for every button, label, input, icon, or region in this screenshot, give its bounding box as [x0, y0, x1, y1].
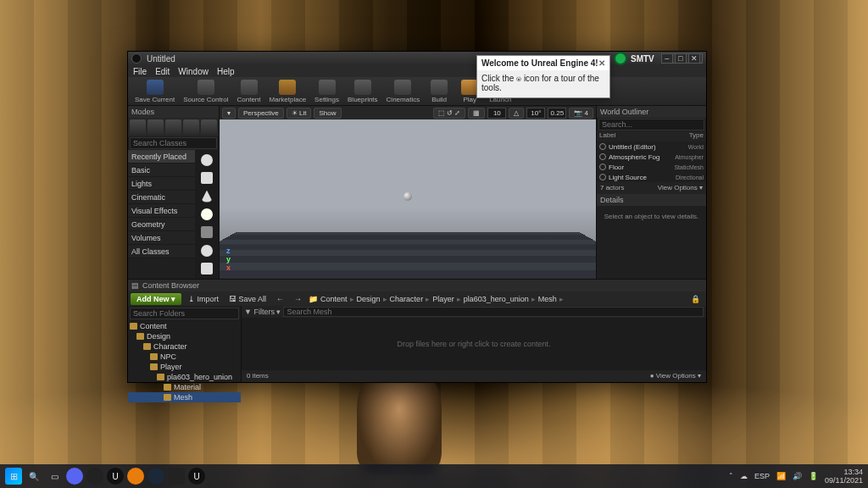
modes-search[interactable]: Search Classes	[130, 137, 217, 149]
outliner-row[interactable]: FloorStaticMesh	[597, 162, 706, 172]
show-button[interactable]: Show	[314, 108, 341, 119]
snap-grid-toggle[interactable]: ▦	[468, 108, 485, 119]
outliner-row[interactable]: Atmospheric FogAtmospher	[597, 152, 706, 162]
ue-taskbar-icon[interactable]: U	[107, 468, 124, 485]
save-button[interactable]: Save Current	[131, 78, 178, 105]
cb-view-options[interactable]: ● View Options ▾	[650, 370, 701, 382]
build-button[interactable]: Build	[425, 78, 453, 105]
viewport-options-button[interactable]: ▾	[222, 108, 236, 119]
settings-button[interactable]: Settings	[311, 78, 342, 105]
tree-search[interactable]: Search Folders	[130, 308, 239, 319]
menu-file[interactable]: File	[133, 67, 147, 76]
obs-icon[interactable]	[86, 468, 103, 485]
lock-icon[interactable]: 🔒	[687, 295, 704, 303]
steam-icon[interactable]	[147, 468, 164, 485]
mode-paint-icon[interactable]	[147, 119, 164, 135]
save-all-button[interactable]: 🖫 Save All	[225, 295, 270, 303]
clock[interactable]: 13:34 09/11/2021	[825, 468, 863, 485]
snap-grid-value[interactable]: 10	[487, 108, 506, 119]
mode-geometry-icon[interactable]	[201, 119, 217, 135]
blueprints-button[interactable]: Blueprints	[344, 78, 381, 105]
snap-angle-value[interactable]: 10°	[526, 108, 545, 119]
outliner-row[interactable]: Untitled (Editor)World	[597, 141, 706, 152]
cinematics-button[interactable]: Cinematics	[383, 78, 424, 105]
bg-minimize-button[interactable]: –	[661, 53, 673, 64]
cat-volumes[interactable]: Volumes	[128, 231, 195, 245]
source-control-button[interactable]: Source Control	[180, 78, 231, 105]
placeable-item[interactable]	[198, 206, 216, 222]
placeable-item[interactable]	[198, 242, 216, 258]
mode-foliage-icon[interactable]	[183, 119, 199, 135]
tray-chevron-icon[interactable]: ˄	[729, 472, 733, 480]
outliner-view-options[interactable]: View Options ▾	[658, 182, 703, 194]
tree-node[interactable]: NPC	[128, 352, 241, 362]
menu-help[interactable]: Help	[217, 67, 235, 76]
crumb-item[interactable]: Content	[320, 295, 348, 303]
cat-lights[interactable]: Lights	[128, 177, 195, 191]
tree-node[interactable]: Character	[128, 341, 241, 352]
placeable-item[interactable]	[198, 261, 216, 277]
tree-node[interactable]: Content	[128, 321, 241, 331]
tree-node-selected[interactable]: Mesh	[128, 392, 241, 402]
perspective-button[interactable]: Perspective	[238, 108, 284, 119]
snap-scale-value[interactable]: 0.25	[548, 108, 566, 119]
visibility-icon[interactable]	[599, 153, 606, 160]
outliner-search[interactable]: Search...	[598, 119, 704, 130]
start-button[interactable]: ⊞	[5, 468, 22, 485]
placeable-item[interactable]	[198, 188, 216, 204]
popup-close-button[interactable]: ✕	[598, 58, 605, 68]
nav-back-button[interactable]: ←	[273, 295, 287, 303]
crumb-item[interactable]: pla603_hero_union	[464, 295, 529, 303]
app-icon[interactable]	[168, 468, 185, 485]
viewport-3d[interactable]: z y x	[220, 119, 596, 279]
battery-icon[interactable]: 🔋	[809, 472, 818, 480]
mode-landscape-icon[interactable]	[165, 119, 181, 135]
placeable-item[interactable]	[198, 152, 216, 168]
cat-geometry[interactable]: Geometry	[128, 218, 195, 231]
volume-icon[interactable]: 🔊	[793, 472, 802, 480]
placeable-item[interactable]	[198, 169, 216, 186]
tree-node[interactable]: Design	[128, 331, 241, 341]
visibility-icon[interactable]	[599, 164, 606, 170]
filters-button[interactable]: ▼ Filters ▾	[244, 308, 281, 316]
cat-all-classes[interactable]: All Classes	[128, 245, 195, 258]
camera-speed[interactable]: 📷 4	[569, 108, 593, 119]
mode-place-icon[interactable]	[130, 119, 146, 135]
language-indicator[interactable]: ESP	[754, 472, 770, 480]
snap-angle-toggle[interactable]: △	[509, 108, 524, 119]
bg-close-button[interactable]: ✕	[688, 53, 700, 64]
visibility-icon[interactable]	[599, 143, 606, 150]
crumb-item[interactable]: Character	[390, 295, 424, 303]
menu-edit[interactable]: Edit	[155, 67, 170, 76]
overlay-icon[interactable]	[614, 52, 627, 65]
cat-visual-effects[interactable]: Visual Effects	[128, 204, 195, 218]
wifi-icon[interactable]: 📶	[776, 472, 786, 480]
lit-button[interactable]: ☀ Lit	[287, 108, 312, 119]
grip-icon[interactable]: ▤	[131, 280, 139, 291]
asset-drop-area[interactable]: Drop files here or right click to create…	[242, 318, 706, 370]
bg-maximize-button[interactable]: □	[675, 53, 687, 64]
nav-forward-button[interactable]: →	[291, 295, 305, 303]
search-icon[interactable]: 🔍	[25, 468, 42, 485]
discord-icon[interactable]	[66, 468, 83, 485]
tree-node[interactable]: Material	[128, 382, 241, 392]
tree-node[interactable]: Player	[128, 362, 241, 372]
menu-window[interactable]: Window	[178, 67, 209, 76]
cat-basic[interactable]: Basic	[128, 164, 195, 177]
cat-recently-placed[interactable]: Recently Placed	[128, 150, 195, 164]
crumb-item[interactable]: Mesh	[538, 295, 557, 303]
placeable-item[interactable]	[198, 225, 216, 241]
task-view-icon[interactable]: ▭	[46, 468, 63, 485]
add-new-button[interactable]: Add New ▾	[131, 293, 181, 305]
crumb-item[interactable]: Player	[432, 295, 454, 303]
onedrive-icon[interactable]: ☁	[740, 472, 748, 480]
outliner-row[interactable]: Light SourceDirectional	[597, 172, 706, 182]
blender-icon[interactable]	[127, 468, 144, 485]
transform-tools[interactable]: ⬚ ↺ ⤢	[433, 108, 465, 119]
asset-search[interactable]	[283, 307, 704, 317]
content-button[interactable]: Content	[234, 78, 264, 105]
import-button[interactable]: ⤓ Import	[185, 295, 222, 303]
cat-cinematic[interactable]: Cinematic	[128, 191, 195, 204]
tree-node[interactable]: pla603_hero_union	[128, 372, 241, 382]
crumb-item[interactable]: Design	[357, 295, 381, 303]
